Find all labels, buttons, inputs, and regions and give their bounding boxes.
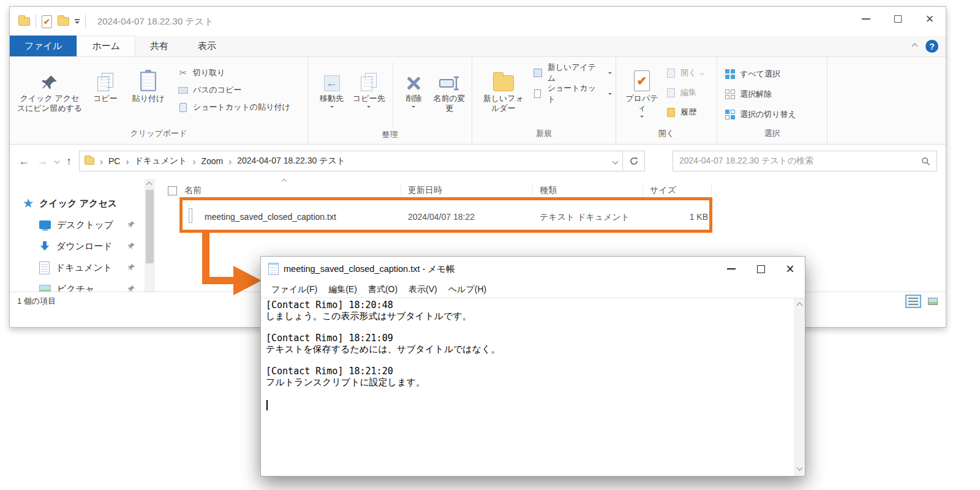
tab-home[interactable]: ホーム	[77, 36, 135, 56]
minimize-button[interactable]	[850, 7, 882, 31]
delete-button[interactable]: 削除	[398, 62, 430, 109]
cut-button[interactable]: ✂ 切り取り	[178, 66, 290, 80]
recent-locations-icon[interactable]	[55, 159, 59, 164]
menu-file[interactable]: ファイル(F)	[266, 284, 323, 295]
up-button[interactable]: ↑	[66, 155, 72, 168]
divider	[393, 62, 393, 129]
ribbon-group-new: 新しいフォルダー 新しいアイテム ショートカット 新規	[472, 57, 616, 144]
rename-button[interactable]: 名前の変更	[431, 62, 468, 115]
sidebar-item-documents[interactable]: ドキュメント	[39, 260, 112, 276]
open-button[interactable]: 開く	[665, 66, 704, 80]
close-button[interactable]: ×	[914, 7, 946, 31]
paste-button[interactable]: 貼り付け	[125, 62, 172, 105]
window-controls: ×	[850, 7, 946, 31]
divider	[36, 15, 36, 28]
copy-button[interactable]: コピー	[87, 62, 124, 105]
select-none-button[interactable]: 選択解除	[725, 87, 796, 102]
sidebar-item-downloads[interactable]: ダウンロード	[39, 238, 113, 254]
properties-button[interactable]: ✔ プロパティ	[622, 62, 662, 119]
invert-selection-icon	[725, 110, 736, 119]
notepad-text[interactable]: [Contact Rimo] 18:20:48 しましょう。この表示形式はサブタ…	[266, 300, 790, 476]
customize-toolbar-button[interactable]	[75, 19, 80, 24]
address-dropdown-icon[interactable]	[612, 158, 619, 164]
column-header-name[interactable]: 名前	[184, 185, 202, 196]
breadcrumb-documents[interactable]: ドキュメント	[134, 156, 187, 167]
move-to-icon: ←	[324, 63, 340, 91]
sidebar-scrollbar[interactable]	[145, 179, 155, 310]
thumbnails-view-button[interactable]	[925, 295, 941, 308]
new-folder-button[interactable]: 新しいフォルダー	[480, 62, 527, 115]
document-icon	[39, 262, 50, 274]
menu-help[interactable]: ヘルプ(H)	[443, 284, 492, 295]
pin-icon[interactable]	[127, 263, 135, 271]
new-folder-quick-icon[interactable]	[58, 17, 69, 26]
maximize-button[interactable]	[882, 7, 914, 31]
copy-path-button[interactable]: パスのコピー	[178, 83, 290, 97]
paste-shortcut-button[interactable]: ショートカットの貼り付け	[178, 100, 290, 115]
breadcrumb-current-folder[interactable]: 2024-04-07 18.22.30 テスト	[237, 156, 345, 167]
edit-icon	[665, 88, 676, 97]
breadcrumb-zoom[interactable]: Zoom	[201, 156, 223, 166]
pin-icon[interactable]	[127, 242, 135, 250]
address-bar[interactable]: › PC › ドキュメント › Zoom › 2024-04-07 18.22.…	[79, 151, 623, 172]
maximize-button[interactable]	[746, 257, 775, 281]
ribbon-tabs: ファイル ホーム 共有 表示 ?	[10, 36, 946, 57]
select-none-icon	[725, 89, 736, 99]
menu-view[interactable]: 表示(V)	[403, 284, 443, 295]
app-folder-icon	[18, 17, 30, 26]
notepad-scrollbar[interactable]	[794, 298, 805, 476]
notepad-menubar: ファイル(F) 編集(E) 書式(O) 表示(V) ヘルプ(H)	[261, 281, 805, 298]
refresh-button[interactable]	[623, 151, 645, 172]
search-box[interactable]: 2024-04-07 18.22.30 テストの検索	[673, 151, 937, 172]
download-icon	[39, 241, 50, 252]
properties-quick-icon[interactable]: ✔	[42, 15, 52, 28]
move-to-button[interactable]: ← 移動先	[314, 62, 349, 109]
notepad-window: meeting_saved_closed_caption.txt - メモ帳 ×…	[260, 256, 805, 477]
scroll-down-icon[interactable]	[797, 465, 803, 471]
divider	[85, 15, 86, 28]
column-header-type[interactable]: 種類	[540, 185, 557, 196]
select-all-checkbox[interactable]	[168, 186, 177, 195]
sidebar-item-desktop[interactable]: デスクトップ	[39, 217, 113, 233]
paste-shortcut-icon	[178, 103, 189, 112]
quick-access-star-icon: ★	[23, 197, 33, 210]
help-icon[interactable]: ?	[925, 40, 938, 53]
pin-icon[interactable]	[127, 221, 135, 228]
tab-view[interactable]: 表示	[183, 36, 231, 56]
scrollbar-thumb[interactable]	[146, 190, 154, 263]
column-header-size[interactable]: サイズ	[650, 185, 676, 196]
new-folder-icon	[493, 63, 514, 91]
scroll-up-icon[interactable]	[797, 303, 803, 309]
tab-file[interactable]: ファイル	[10, 36, 77, 56]
notepad-editor[interactable]: [Contact Rimo] 18:20:48 しましょう。この表示形式はサブタ…	[261, 298, 805, 476]
sidebar-item-quick-access[interactable]: ★ クイック アクセス	[23, 195, 117, 211]
quick-access-toolbar: ✔ 2024-04-07 18.22.30 テスト	[18, 15, 214, 28]
invert-selection-button[interactable]: 選択の切り替え	[725, 107, 796, 122]
open-icon	[665, 69, 676, 78]
column-header-modified[interactable]: 更新日時	[408, 185, 442, 196]
back-button[interactable]: ←	[18, 155, 29, 168]
copy-to-button[interactable]: コピー先	[350, 62, 388, 109]
scroll-up-icon[interactable]	[146, 182, 153, 188]
menu-edit[interactable]: 編集(E)	[323, 284, 363, 295]
ribbon: クイック アクセスにピン留めする コピー 貼り付け ✂	[10, 57, 946, 145]
properties-icon: ✔	[634, 63, 650, 91]
details-view-button[interactable]	[905, 295, 921, 308]
tab-share[interactable]: 共有	[135, 36, 183, 56]
edit-button[interactable]: 編集	[665, 85, 704, 100]
history-button[interactable]: 履歴	[665, 105, 704, 119]
collapse-ribbon-icon[interactable]	[912, 43, 918, 50]
minimize-button[interactable]	[717, 257, 746, 281]
new-shortcut-button[interactable]: ショートカット	[532, 86, 612, 101]
menu-format[interactable]: 書式(O)	[363, 284, 403, 295]
navigation-pane: ★ クイック アクセス デスクトップ ダウンロード ドキュメント ピクチャ	[10, 179, 157, 310]
dropdown-icon	[640, 116, 644, 118]
dropdown-icon	[367, 106, 371, 108]
pin-to-quick-access-button[interactable]: クイック アクセスにピン留めする	[13, 62, 86, 115]
breadcrumb-pc[interactable]: PC	[108, 156, 120, 166]
forward-button[interactable]: →	[37, 155, 48, 168]
select-all-button[interactable]: すべて選択	[725, 67, 796, 81]
new-item-button[interactable]: 新しいアイテム	[532, 66, 612, 80]
close-button[interactable]: ×	[775, 257, 805, 281]
history-icon	[665, 108, 676, 117]
